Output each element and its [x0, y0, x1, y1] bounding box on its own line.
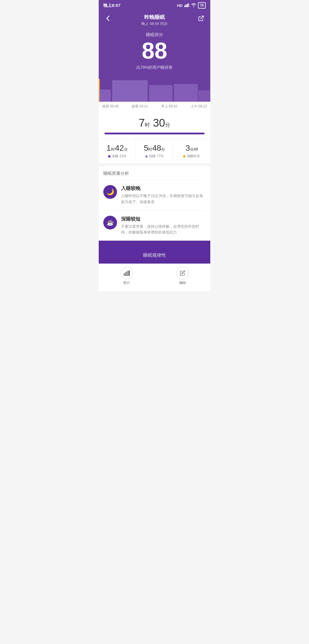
nav-item-edit[interactable]: 编辑 [176, 267, 189, 285]
chart-time-3: 早上 05:42 [161, 104, 177, 109]
analysis-content-1: 入睡较晚 入睡时间以不晚于22点为佳，长期熬夜可能引起免疫力低下、加速衰老 [121, 185, 206, 205]
chart-bars-container [99, 79, 210, 102]
chart-bar-1 [99, 90, 111, 102]
analysis-item-desc-1: 入睡时间以不晚于22点为佳，长期熬夜可能引起免疫力低下、加速衰老 [121, 193, 206, 205]
svg-rect-1 [185, 5, 186, 7]
battery-indicator: 70 [198, 2, 206, 9]
bottom-card-label: 睡眠规律性 [143, 252, 166, 261]
svg-rect-8 [127, 271, 128, 276]
svg-rect-4 [189, 3, 189, 7]
svg-rect-6 [124, 274, 125, 276]
analysis-item-2: ☕ 深睡较短 不要过度劳累，保持心情舒畅，合理安排作息时间，积极锻炼身体增加机体… [103, 211, 206, 241]
sync-time: 晚上 08:56 同步 [112, 21, 197, 26]
nav-item-statistics[interactable]: 统计 [120, 267, 133, 285]
edit-nav-label: 编辑 [179, 280, 186, 285]
light-dot [145, 155, 148, 158]
awake-label: 清醒时长 [176, 154, 208, 159]
bottom-regularity-card[interactable]: 睡眠规律性 [99, 241, 210, 264]
stat-light-sleep: 5时48分 浅睡 77% [136, 139, 173, 163]
page-title: 昨晚睡眠 [112, 14, 197, 21]
score-label: 睡眠得分 [99, 32, 210, 38]
bottom-navigation: 统计 编辑 [99, 264, 210, 291]
moon-icon: 🌙 [106, 188, 114, 196]
statistics-nav-label: 统计 [123, 280, 130, 285]
awake-value: 3分钟 [176, 144, 208, 153]
light-sleep-label: 浅睡 77% [138, 154, 171, 159]
duration-progress-bar [104, 133, 205, 134]
status-time: 晚上8:57 [103, 3, 120, 8]
stats-row: 1时42分 深睡 23% 5时48分 浅睡 77% 3分钟 清醒时长 [99, 139, 210, 163]
score-compare: 比79%的用户睡得香 [99, 65, 210, 70]
analysis-item-desc-2: 不要过度劳累，保持心情舒畅，合理安排作息时间，积极锻炼身体增加机体抵抗力 [121, 224, 206, 236]
chart-bar-3 [149, 85, 173, 102]
status-icons: HD 70 [177, 2, 206, 9]
chart-bar-4 [174, 84, 197, 102]
deep-sleep-value: 1时42分 [101, 144, 133, 153]
svg-rect-7 [126, 272, 127, 276]
chart-time-2: 凌晨 03:11 [132, 104, 148, 109]
chart-bar-2 [112, 80, 148, 102]
svg-rect-2 [187, 4, 187, 7]
chart-time-4: 上午 08:13 [191, 104, 207, 109]
analysis-icon-2: ☕ [103, 216, 117, 229]
svg-rect-3 [188, 3, 189, 7]
page-header: 昨晚睡眠 晚上 08:56 同步 [99, 11, 210, 26]
analysis-item-title-1: 入睡较晚 [121, 185, 206, 192]
hd-icon: HD [177, 3, 183, 8]
chart-time-1: 凌晨 00:40 [102, 104, 118, 109]
svg-line-5 [201, 16, 203, 19]
cup-icon: ☕ [107, 219, 114, 226]
light-sleep-value: 5时48分 [138, 144, 171, 153]
back-button[interactable] [103, 14, 112, 23]
deep-dot [108, 155, 110, 158]
duration-section: 7时 30分 [99, 111, 210, 139]
status-bar: 晚上8:57 HD 70 [99, 0, 210, 11]
signal-icon [184, 3, 189, 8]
analysis-title: 睡眠质量分析 [103, 171, 206, 176]
edit-icon-wrap [176, 267, 189, 279]
duration-minutes: 30 [153, 117, 165, 129]
duration-display: 7时 30分 [99, 117, 210, 129]
stat-deep-sleep: 1时42分 深睡 23% [99, 139, 136, 163]
analysis-item-1: 🌙 入睡较晚 入睡时间以不晚于22点为佳，长期熬夜可能引起免疫力低下、加速衰老 [103, 180, 206, 211]
duration-hours: 7 [139, 117, 145, 129]
analysis-icon-1: 🌙 [103, 185, 117, 199]
analysis-content-2: 深睡较短 不要过度劳累，保持心情舒畅，合理安排作息时间，积极锻炼身体增加机体抵抗… [121, 216, 206, 236]
chart-bar-5 [198, 90, 210, 102]
share-button[interactable] [197, 14, 206, 23]
statistics-icon-wrap [120, 267, 133, 279]
analysis-item-title-2: 深睡较短 [121, 216, 206, 222]
header-center: 昨晚睡眠 晚上 08:56 同步 [112, 14, 197, 26]
sleep-chart [99, 79, 210, 102]
wifi-icon [191, 3, 196, 8]
score-value: 88 [99, 39, 210, 62]
chart-times: 凌晨 00:40 凌晨 03:11 早上 05:42 上午 08:13 [99, 102, 210, 111]
analysis-section: 睡眠质量分析 🌙 入睡较晚 入睡时间以不晚于22点为佳，长期熬夜可能引起免疫力低… [99, 166, 210, 241]
awake-dot [183, 155, 185, 158]
score-section: 睡眠得分 88 比79%的用户睡得香 [99, 26, 210, 79]
deep-sleep-label: 深睡 23% [101, 154, 133, 159]
svg-rect-9 [129, 270, 130, 276]
svg-rect-0 [184, 5, 185, 7]
stat-awake: 3分钟 清醒时长 [173, 139, 210, 163]
